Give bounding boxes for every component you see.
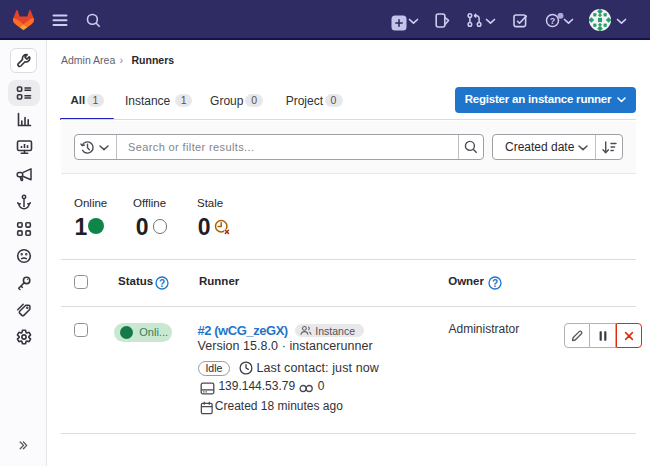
svg-text:?: ? [159,277,165,288]
svg-text:?: ? [492,277,498,288]
svg-text:?: ? [550,16,556,26]
